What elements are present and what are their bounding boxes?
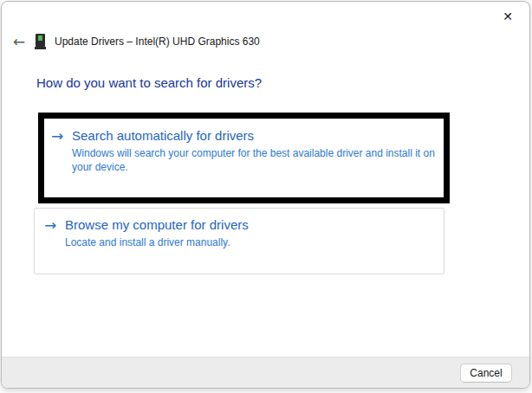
option-title: Browse my computer for drivers: [65, 216, 440, 233]
option-description: Windows will search your computer for th…: [72, 146, 440, 174]
option-search-automatically[interactable]: → Search automatically for drivers Windo…: [44, 119, 444, 197]
close-icon[interactable]: ✕: [490, 3, 526, 29]
highlight-box: → Search automatically for drivers Windo…: [38, 113, 450, 203]
window-title: Update Drivers – Intel(R) UHD Graphics 6…: [55, 35, 260, 48]
wizard-header: ← Update Drivers – Intel(R) UHD Graphics…: [2, 28, 529, 55]
cancel-button[interactable]: Cancel: [460, 364, 512, 383]
footer-bar: Cancel: [2, 357, 529, 388]
option-browse-computer[interactable]: → Browse my computer for drivers Locate …: [34, 208, 444, 274]
forward-arrow-icon: →: [51, 127, 72, 197]
forward-arrow-icon: →: [44, 216, 65, 274]
update-drivers-wizard-window: ✕ ← Update Drivers – Intel(R) UHD Graphi…: [1, 1, 530, 389]
back-arrow-icon[interactable]: ←: [7, 29, 31, 54]
display-adapter-icon: [35, 34, 47, 50]
option-description: Locate and install a driver manually.: [65, 235, 440, 249]
page-title: How do you want to search for drivers?: [36, 75, 262, 90]
option-title: Search automatically for drivers: [72, 127, 440, 144]
